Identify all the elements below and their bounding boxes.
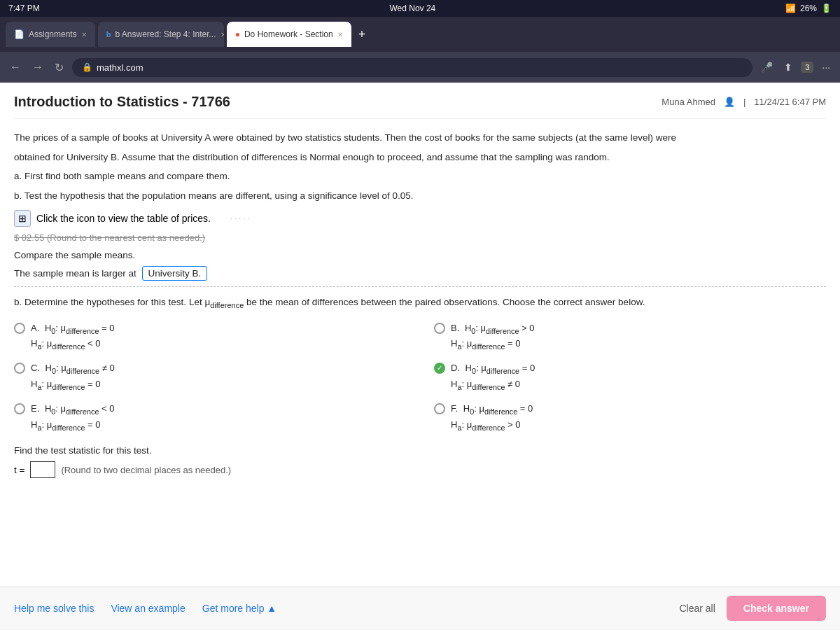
option-B[interactable]: B. H0: μdifference > 0 Ha: μdifference =… <box>434 321 826 354</box>
footer-right: Clear all Check answer <box>679 596 826 621</box>
tab-homework-label: Do Homework - Section <box>244 29 333 39</box>
status-bar: 7:47 PM Wed Nov 24 📶 26% 🔋 <box>0 0 840 17</box>
radio-E[interactable] <box>14 403 25 414</box>
compare-label: Compare the sample means. <box>14 250 826 260</box>
test-stat-label: Find the test statistic for this test. <box>14 445 826 456</box>
sample-mean-answer: University B. <box>142 266 208 281</box>
header-datetime: 11/24/21 6:47 PM <box>754 97 826 107</box>
tab-homework[interactable]: ● Do Homework - Section ✕ <box>227 22 351 47</box>
course-title: Introduction to Statistics - 71766 <box>14 94 230 110</box>
strikethrough-answer: $ 02.55 (Round to the nearest cent as ne… <box>14 232 826 243</box>
view-example-button[interactable]: View an example <box>111 597 185 620</box>
option-B-alt: Ha: μdifference = 0 <box>451 337 534 353</box>
tab-homework-icon: ● <box>235 29 240 39</box>
url-text: mathxl.com <box>97 62 143 73</box>
option-E-label: E. H0: μdifference < 0 <box>31 402 114 418</box>
round-hint: (Round to two decimal places as needed.) <box>61 465 231 475</box>
battery-text: 26% <box>800 4 817 13</box>
wifi-icon: 📶 <box>785 4 796 13</box>
address-bar[interactable]: 🔒 mathxl.com <box>72 58 752 77</box>
option-A-label: A. H0: μdifference = 0 <box>31 321 114 337</box>
problem-line-3: a. First find both sample means and comp… <box>14 169 826 184</box>
mu-subscript: difference <box>210 301 244 309</box>
browser-chrome: 📄 Assignments ✕ b b Answered: Step 4: In… <box>0 17 840 52</box>
user-icon: 👤 <box>724 97 735 107</box>
more-help-button[interactable]: Get more help ▲ <box>202 597 276 620</box>
refresh-button[interactable]: ↻ <box>52 58 66 77</box>
address-bar-row: ← → ↻ 🔒 mathxl.com 🎤 ⬆ 3 ··· <box>0 52 840 83</box>
forward-button[interactable]: → <box>29 58 46 76</box>
option-E[interactable]: E. H0: μdifference < 0 Ha: μdifference =… <box>14 402 406 434</box>
test-stat-input-row: t = (Round to two decimal places as need… <box>14 461 826 478</box>
tab-assignments-close[interactable]: ✕ <box>81 31 87 38</box>
table-icon[interactable]: ⊞ <box>14 210 31 227</box>
options-grid: A. H0: μdifference = 0 Ha: μdifference <… <box>14 321 826 434</box>
status-day: Wed Nov 24 <box>389 4 435 13</box>
sample-mean-line: The sample mean is larger at University … <box>14 266 826 281</box>
option-C[interactable]: C. H0: μdifference ≠ 0 Ha: μdifference =… <box>14 361 406 393</box>
microphone-icon[interactable]: 🎤 <box>758 59 776 76</box>
sample-mean-text: The sample mean is larger at <box>14 268 136 279</box>
option-D-alt: Ha: μdifference ≠ 0 <box>451 377 535 393</box>
clear-all-button[interactable]: Clear all <box>679 603 715 614</box>
user-name: Muna Ahmed <box>662 97 715 107</box>
tab-assignments-label: Assignments <box>29 29 77 39</box>
more-options-icon[interactable]: ··· <box>819 59 833 76</box>
new-tab-button[interactable]: + <box>354 27 370 42</box>
tab-answered-label: b Answered: Step 4: Inter... <box>115 29 216 39</box>
help-solve-button[interactable]: Help me solve this <box>14 597 94 620</box>
option-E-text: E. H0: μdifference < 0 Ha: μdifference =… <box>31 402 114 434</box>
tab-answered-close[interactable]: ✕ <box>220 31 224 38</box>
t-value-input[interactable] <box>30 461 55 478</box>
option-A-alt: Ha: μdifference < 0 <box>31 337 114 353</box>
tabs-badge[interactable]: 3 <box>801 62 813 73</box>
table-icon-row: ⊞ Click the icon to view the table of pr… <box>14 210 826 227</box>
radio-C[interactable] <box>14 363 25 374</box>
option-D-text: D. H0: μdifference = 0 Ha: μdifference ≠… <box>451 361 535 393</box>
option-F-text: F. H0: μdifference = 0 Ha: μdifference >… <box>451 402 533 434</box>
radio-A[interactable] <box>14 323 25 334</box>
check-answer-button[interactable]: Check answer <box>727 596 826 621</box>
option-D-label: D. H0: μdifference = 0 <box>451 361 535 377</box>
option-A[interactable]: A. H0: μdifference = 0 Ha: μdifference <… <box>14 321 406 354</box>
option-F[interactable]: F. H0: μdifference = 0 Ha: μdifference >… <box>434 402 826 434</box>
table-icon-label: Click the icon to view the table of pric… <box>36 213 211 224</box>
problem-line-4: b. Test the hypothesis that the populati… <box>14 188 826 204</box>
status-time: 7:47 PM <box>8 4 40 13</box>
tab-assignments-icon: 📄 <box>14 29 24 39</box>
tab-bar: 📄 Assignments ✕ b b Answered: Step 4: In… <box>6 22 834 47</box>
tab-assignments[interactable]: 📄 Assignments ✕ <box>6 22 95 47</box>
share-icon[interactable]: ⬆ <box>781 59 795 76</box>
radio-B[interactable] <box>434 323 445 334</box>
option-F-label: F. H0: μdifference = 0 <box>451 402 533 418</box>
option-F-alt: Ha: μdifference > 0 <box>451 418 533 434</box>
header-separator: | <box>743 97 746 107</box>
divider <box>14 286 826 287</box>
tab-answered[interactable]: b b Answered: Step 4: Inter... ✕ <box>98 22 224 47</box>
hypothesis-intro: b. Determine the hypotheses for this tes… <box>14 295 826 311</box>
option-A-text: A. H0: μdifference = 0 Ha: μdifference <… <box>31 321 114 354</box>
t-equals-label: t = <box>14 465 24 475</box>
page-content: Introduction to Statistics - 71766 Muna … <box>0 83 840 587</box>
back-button[interactable]: ← <box>7 58 24 76</box>
page-header: Introduction to Statistics - 71766 Muna … <box>14 94 826 119</box>
test-stat-section: Find the test statistic for this test. t… <box>14 445 826 478</box>
option-C-alt: Ha: μdifference = 0 <box>31 377 115 393</box>
tab-homework-close[interactable]: ✕ <box>337 31 343 38</box>
ellipsis-indicator: · · · · · <box>230 214 250 223</box>
battery-icon: 🔋 <box>821 4 832 13</box>
problem-line-1: The prices of a sample of books at Unive… <box>14 130 826 146</box>
option-C-text: C. H0: μdifference ≠ 0 Ha: μdifference =… <box>31 361 115 393</box>
option-C-label: C. H0: μdifference ≠ 0 <box>31 361 115 377</box>
radio-D[interactable] <box>434 363 445 374</box>
lock-icon: 🔒 <box>82 62 92 72</box>
footer-left: Help me solve this View an example Get m… <box>14 597 276 620</box>
option-D[interactable]: D. H0: μdifference = 0 Ha: μdifference ≠… <box>434 361 826 393</box>
option-B-label: B. H0: μdifference > 0 <box>451 321 534 337</box>
radio-F[interactable] <box>434 403 445 414</box>
option-B-text: B. H0: μdifference > 0 Ha: μdifference =… <box>451 321 534 354</box>
option-E-alt: Ha: μdifference = 0 <box>31 418 114 434</box>
problem-line-2: obtained for University B. Assume that t… <box>14 150 826 165</box>
problem-statement: The prices of a sample of books at Unive… <box>14 130 826 203</box>
hypothesis-section: b. Determine the hypotheses for this tes… <box>14 295 826 434</box>
